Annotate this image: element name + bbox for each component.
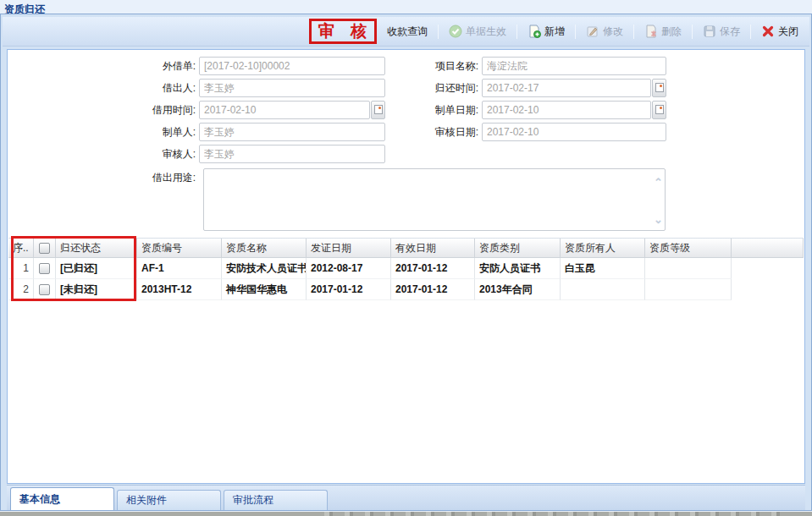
row-seq: 1: [8, 258, 34, 279]
column-header-return-status[interactable]: 归还状态: [56, 239, 137, 257]
row-select-cell[interactable]: [34, 279, 56, 300]
audit-date-label: 审核日期:: [416, 125, 482, 140]
add-document-icon: [528, 25, 541, 38]
return-status-cell: [已归还]: [56, 258, 137, 279]
borrow-time-datepicker-button[interactable]: [371, 101, 385, 119]
prepare-date-label: 制单日期:: [416, 103, 482, 118]
preparer-input[interactable]: [199, 123, 385, 141]
project-name-input[interactable]: [482, 57, 666, 75]
table-row[interactable]: 2 [未归还] 2013HT-12 神华国华惠电 2017-01-12 2017…: [8, 279, 804, 300]
table-row[interactable]: 1 [已归还] AF-1 安防技术人员证书 2012-08-17 2017-01…: [8, 258, 804, 279]
close-label: 关闭: [778, 25, 798, 39]
auditor-input[interactable]: [199, 145, 385, 163]
valid-date-cell: 2017-01-12: [391, 279, 475, 300]
close-x-icon: [761, 25, 775, 38]
row-select-cell[interactable]: [34, 258, 56, 279]
check-circle-icon: [449, 25, 462, 38]
owner-cell: [561, 279, 645, 300]
name-cell: 安防技术人员证书: [222, 258, 307, 279]
grade-cell: [645, 279, 732, 300]
column-header-name[interactable]: 资质名称: [222, 239, 307, 257]
preparer-label: 制单人:: [106, 125, 199, 140]
add-label: 新增: [544, 25, 565, 39]
qualification-grid: 序.. 归还状态 资质编号 资质名称 发证日期 有效日期 资质类别 资质所有人 …: [8, 238, 804, 300]
column-header-select[interactable]: [34, 239, 56, 257]
toolbar: 审 核 收款查询 单据生效 新增: [3, 17, 809, 47]
name-cell: 神华国华惠电: [222, 279, 307, 300]
grid-header-row: 序.. 归还状态 资质编号 资质名称 发证日期 有效日期 资质类别 资质所有人 …: [8, 239, 804, 258]
column-header-issue-date[interactable]: 发证日期: [307, 239, 391, 257]
tab-related-attachments[interactable]: 相关附件: [117, 490, 221, 510]
row-checkbox[interactable]: [39, 284, 50, 295]
toolbar-separator: [750, 25, 751, 39]
edit-pencil-icon: [586, 25, 599, 38]
delete-document-icon: [644, 25, 658, 38]
filler-cell: [732, 279, 804, 300]
tab-basic-info[interactable]: 基本信息: [10, 487, 114, 510]
save-label: 保存: [720, 25, 740, 39]
close-button[interactable]: 关闭: [757, 21, 803, 42]
code-cell: AF-1: [137, 258, 222, 279]
tab-label: 相关附件: [126, 493, 167, 508]
usage-label: 借出用途:: [106, 171, 199, 185]
tab-label: 基本信息: [19, 492, 60, 507]
document-effect-button[interactable]: 单据生效: [445, 21, 511, 42]
document-effect-label: 单据生效: [466, 25, 506, 39]
tab-label: 审批流程: [233, 493, 273, 508]
payment-query-label: 收款查询: [387, 25, 428, 39]
prepare-date-input[interactable]: [482, 101, 651, 119]
toolbar-separator: [516, 25, 517, 39]
audit-stamp: 审 核: [309, 19, 377, 44]
save-floppy-icon: [703, 25, 716, 38]
tab-approval-flow[interactable]: 审批流程: [224, 490, 328, 510]
toolbar-separator: [633, 25, 634, 39]
scroll-down-icon[interactable]: ⌄: [654, 216, 663, 224]
background-window-sliver: [0, 512, 812, 516]
borrow-time-input[interactable]: [199, 101, 370, 119]
scroll-up-icon[interactable]: ⌃: [654, 178, 663, 187]
column-header-category[interactable]: 资质类别: [475, 239, 561, 257]
delete-button[interactable]: 删除: [640, 21, 686, 42]
return-status-cell: [未归还]: [56, 279, 137, 300]
auditor-label: 审核人:: [106, 147, 199, 162]
lender-label: 借出人:: [106, 81, 199, 96]
column-header-filler: [732, 239, 804, 257]
modify-label: 修改: [603, 25, 623, 39]
delete-label: 删除: [661, 25, 682, 39]
usage-textarea[interactable]: [203, 168, 666, 231]
audit-date-input[interactable]: [482, 123, 666, 141]
save-button[interactable]: 保存: [699, 21, 744, 42]
project-name-label: 项目名称:: [416, 59, 482, 74]
code-cell: 2013HT-12: [137, 279, 222, 300]
owner-cell: 白玉昆: [561, 258, 645, 279]
column-header-code[interactable]: 资质编号: [137, 239, 222, 257]
toolbar-separator: [575, 25, 576, 39]
issue-date-cell: 2017-01-12: [307, 279, 391, 300]
bottom-tabbar: 基本信息 相关附件 审批流程: [7, 485, 805, 510]
borrow-time-label: 借用时间:: [106, 103, 199, 118]
row-seq: 2: [8, 279, 34, 300]
calendar-icon: [655, 83, 664, 92]
return-time-input[interactable]: [482, 79, 651, 97]
outer-loan-input[interactable]: [199, 57, 385, 75]
toolbar-separator: [438, 25, 439, 39]
filler-cell: [732, 258, 804, 279]
category-cell: 安防人员证书: [475, 258, 561, 279]
issue-date-cell: 2012-08-17: [307, 258, 391, 279]
modify-button[interactable]: 修改: [582, 21, 627, 42]
return-time-label: 归还时间:: [416, 81, 482, 96]
add-button[interactable]: 新增: [523, 21, 569, 42]
column-header-owner[interactable]: 资质所有人: [561, 239, 645, 257]
grade-cell: [645, 258, 732, 279]
prepare-date-datepicker-button[interactable]: [652, 101, 666, 119]
row-checkbox[interactable]: [39, 263, 50, 274]
basic-info-panel: 外借单: 借出人: 借用时间: 制单人: 审核人: 项目名称:: [7, 49, 805, 484]
category-cell: 2013年合同: [475, 279, 561, 300]
column-header-grade[interactable]: 资质等级: [645, 239, 732, 257]
column-header-valid-date[interactable]: 有效日期: [391, 239, 475, 257]
lender-input[interactable]: [199, 79, 385, 97]
payment-query-button[interactable]: 收款查询: [383, 21, 432, 42]
return-time-datepicker-button[interactable]: [652, 79, 666, 97]
column-header-seq[interactable]: 序..: [8, 239, 34, 257]
select-all-checkbox[interactable]: [39, 243, 50, 254]
